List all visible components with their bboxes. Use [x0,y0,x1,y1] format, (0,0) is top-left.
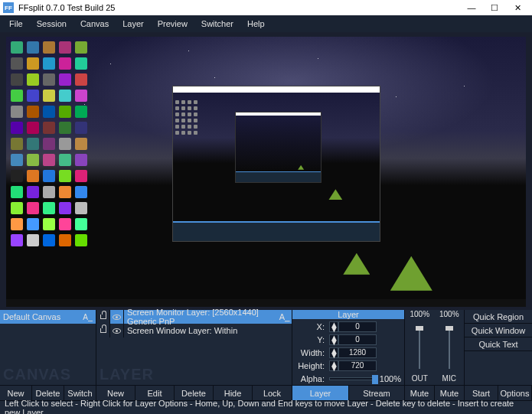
audio-section: 100% 100% OUT MIC [405,310,465,385]
layer-section: Screen Monitor Layer: [2560x1440] Generi… [96,310,292,385]
pin-icon[interactable]: A⎯ [278,310,292,324]
out-percent: 100% [405,310,435,321]
layer-row[interactable]: Screen Window Layer: Within [96,324,292,337]
y-input[interactable] [338,334,377,345]
minimize-button[interactable]: — [460,0,483,15]
pin-icon[interactable]: A⎯ [83,313,93,321]
menubar: File Session Canvas Layer Preview Switch… [0,15,532,32]
quick-section: Quick Region Quick Window Quick Text [465,310,532,385]
height-input[interactable] [338,360,377,371]
menu-switcher[interactable]: Switcher [195,17,240,31]
width-stepper[interactable]: ▲▼ [329,347,377,358]
eye-icon[interactable] [110,310,124,324]
canvas-section: Default Canvas A⎯ CANVAS [0,310,96,385]
menu-layer[interactable]: Layer [116,17,150,31]
tent-graphic [343,253,370,275]
x-label: X: [295,322,328,331]
height-stepper[interactable]: ▲▼ [329,360,377,371]
desktop-icons [11,41,89,248]
alpha-label: Alpha: [295,374,328,383]
menu-canvas[interactable]: Canvas [74,17,115,31]
height-label: Height: [295,361,328,370]
canvas-title: Default Canvas [3,312,60,321]
properties-section: Layer X: ▲▼ Y: ▲▼ Width: ▲▼ Height: ▲▼ [292,310,405,385]
layer-name[interactable]: Screen Monitor Layer: [2560x1440] Generi… [124,310,278,324]
quick-window-button[interactable]: Quick Window [465,324,532,337]
canvas-bg-label: CANVAS [3,366,71,383]
menu-file[interactable]: File [3,17,29,31]
lock-icon[interactable] [96,324,110,337]
status-text: Left Click to select - Right Click for L… [5,399,527,415]
maximize-button[interactable]: ☐ [483,0,506,15]
layer-name[interactable]: Screen Window Layer: Within [124,324,292,337]
out-label: OUT [405,374,435,385]
alpha-percent: 100% [378,374,401,383]
alpha-slider[interactable] [329,377,377,380]
window-title: FFsplit 0.7.0 Test Build 25 [18,3,460,12]
mic-slider[interactable] [446,326,453,369]
app-icon: FF [3,2,14,13]
titlebar: FF FFsplit 0.7.0 Test Build 25 — ☐ ✕ [0,0,532,15]
out-slider[interactable] [416,326,423,369]
x-input[interactable] [338,321,377,332]
layer-bg-label: LAYER [100,366,154,383]
layer-row-selected[interactable]: Screen Monitor Layer: [2560x1440] Generi… [96,310,292,324]
mic-percent: 100% [435,310,465,321]
close-button[interactable]: ✕ [506,0,529,15]
y-stepper[interactable]: ▲▼ [329,334,377,345]
lock-icon[interactable] [96,310,110,324]
menu-session[interactable]: Session [31,17,73,31]
properties-header: Layer [292,310,404,319]
canvas-header[interactable]: Default Canvas A⎯ [0,310,96,324]
width-label: Width: [295,348,328,357]
control-panel: Default Canvas A⎯ CANVAS Screen Monitor … [0,310,532,400]
quick-text-button[interactable]: Quick Text [465,337,532,351]
y-label: Y: [295,335,328,344]
x-stepper[interactable]: ▲▼ [329,321,377,332]
mic-label: MIC [435,374,465,385]
eye-icon[interactable] [110,324,124,337]
menu-help[interactable]: Help [241,17,271,31]
menu-preview[interactable]: Preview [152,17,194,31]
width-input[interactable] [338,347,377,358]
taskbar-preview [6,299,526,307]
quick-region-button[interactable]: Quick Region [465,310,532,324]
statusbar: Left Click to select - Right Click for L… [0,400,532,414]
nested-window-preview [172,86,380,243]
tent-graphic [390,256,432,291]
preview-canvas[interactable] [6,37,526,307]
